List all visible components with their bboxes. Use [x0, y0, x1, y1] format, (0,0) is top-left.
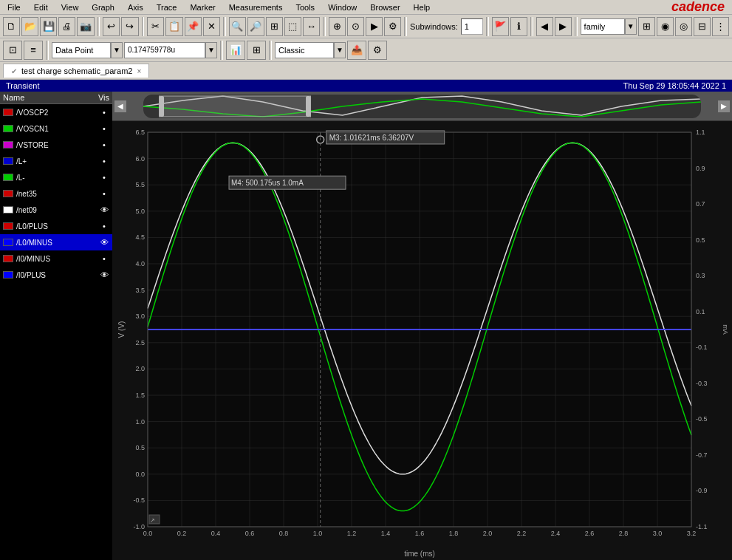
delete-button[interactable]: ✕: [203, 17, 220, 36]
menu-graph[interactable]: Graph: [86, 1, 120, 13]
tabbar: ✔ test charge schematic_param2 ×: [0, 62, 732, 80]
undo-button[interactable]: ↩: [103, 17, 120, 36]
menu-marker[interactable]: Marker: [184, 1, 221, 13]
subwindows-input[interactable]: [461, 18, 483, 35]
tb-btn-extra5[interactable]: ⋮: [712, 17, 729, 36]
signal-vis-icon[interactable]: 👁: [99, 270, 109, 280]
signal-vis-icon[interactable]: •: [99, 253, 109, 264]
save-button[interactable]: 💾: [40, 17, 57, 36]
svg-rect-2: [306, 96, 310, 117]
menu-edit[interactable]: Edit: [28, 1, 54, 13]
family-dropdown-arrow[interactable]: ▼: [625, 18, 637, 35]
signal-row[interactable]: /VOSCP2 •: [0, 104, 112, 120]
signal-vis-icon[interactable]: •: [99, 221, 109, 231]
family-value[interactable]: family: [581, 18, 625, 35]
svg-text:0.6: 0.6: [245, 530, 255, 537]
svg-text:1.0: 1.0: [313, 530, 323, 537]
signal-row[interactable]: /L- •: [0, 169, 112, 185]
forward-button[interactable]: ▶: [555, 17, 572, 36]
zoom-region-button[interactable]: ⬚: [284, 17, 301, 36]
redo-button[interactable]: ↪: [121, 17, 138, 36]
marker-btn1[interactable]: ⊕: [329, 17, 346, 36]
chart-grid-btn[interactable]: ⊞: [247, 41, 266, 60]
menu-measurements[interactable]: Measurements: [223, 1, 289, 13]
signal-vis-icon[interactable]: 👁: [99, 237, 109, 247]
zoom-x-button[interactable]: ↔: [303, 17, 320, 36]
menu-view[interactable]: View: [55, 1, 85, 13]
active-tab[interactable]: ✔ test charge schematic_param2 ×: [3, 64, 149, 78]
ov-left-btn[interactable]: ◀: [114, 100, 127, 113]
datapoint-arrow[interactable]: ▼: [111, 42, 123, 58]
menu-trace[interactable]: Trace: [151, 1, 183, 13]
menu-tools[interactable]: Tools: [290, 1, 321, 13]
zoom-in-button[interactable]: 🔍: [229, 17, 246, 36]
screenshot-button[interactable]: 📷: [77, 17, 94, 36]
menu-help[interactable]: Help: [408, 1, 437, 13]
print-button[interactable]: 🖨: [58, 17, 75, 36]
signal-vis-icon[interactable]: •: [99, 156, 109, 166]
datapoint-num[interactable]: 0.174759778u: [124, 42, 205, 58]
tab-icon: ✔: [11, 67, 17, 75]
signal-row[interactable]: /I0/PLUS 👁: [0, 267, 112, 283]
signal-row[interactable]: /net35 •: [0, 185, 112, 202]
open-button[interactable]: 📂: [21, 17, 38, 36]
new-button[interactable]: 🗋: [3, 17, 20, 36]
menu-window[interactable]: Window: [322, 1, 363, 13]
svg-rect-1: [160, 96, 164, 117]
signal-row[interactable]: /VOSCN1 •: [0, 120, 112, 137]
signal-row[interactable]: /L+ •: [0, 153, 112, 169]
svg-text:3.5: 3.5: [135, 287, 145, 294]
copy-button[interactable]: 📋: [165, 17, 182, 36]
datapoint-val-dropdown[interactable]: 0.174759778u ▼: [124, 42, 217, 58]
classic-arrow[interactable]: ▼: [334, 42, 346, 58]
back-button[interactable]: ◀: [536, 17, 553, 36]
menu-axis[interactable]: Axis: [122, 1, 149, 13]
datapoint-val-arrow[interactable]: ▼: [205, 42, 217, 58]
chart-type-btn[interactable]: 📊: [226, 41, 245, 60]
tb-btn-extra1[interactable]: ⊞: [638, 17, 655, 36]
tb-btn-extra3[interactable]: ◎: [675, 17, 692, 36]
signal-vis-icon[interactable]: •: [99, 107, 109, 117]
svg-text:-0.1: -0.1: [696, 344, 708, 351]
tab-close-btn[interactable]: ×: [137, 67, 141, 75]
zoom-out-button[interactable]: 🔎: [247, 17, 264, 36]
marker-btn2[interactable]: ⊙: [347, 17, 364, 36]
signal-name: /VOSCN1: [16, 125, 99, 133]
signal-color-swatch: [3, 255, 13, 262]
signal-vis-icon[interactable]: •: [99, 140, 109, 150]
classic-dropdown[interactable]: Classic ▼: [275, 42, 346, 58]
signal-row[interactable]: /L0/PLUS •: [0, 218, 112, 234]
info-btn[interactable]: ℹ: [510, 17, 527, 36]
signal-vis-icon[interactable]: •: [99, 123, 109, 134]
chart-container[interactable]: ◀ ▶ 0.00.20.40.6: [112, 92, 732, 560]
classic-value[interactable]: Classic: [275, 42, 334, 58]
tb2-btn2[interactable]: ≡: [24, 41, 43, 60]
signal-vis-icon[interactable]: •: [99, 172, 109, 182]
tb2-btn1[interactable]: ⊡: [3, 41, 22, 60]
signal-vis-icon[interactable]: •: [99, 188, 109, 199]
datapoint-dropdown[interactable]: Data Point ▼: [52, 42, 123, 58]
signal-row[interactable]: /net09 👁: [0, 202, 112, 218]
tb-btn-extra2[interactable]: ◉: [657, 17, 674, 36]
ov-right-btn[interactable]: ▶: [717, 100, 731, 113]
signal-row[interactable]: /VSTORE •: [0, 137, 112, 153]
signal-vis-icon[interactable]: 👁: [99, 205, 109, 215]
run-button[interactable]: ▶: [366, 17, 383, 36]
paste-button[interactable]: 📌: [185, 17, 202, 36]
cut-button[interactable]: ✂: [147, 17, 164, 36]
signal-row[interactable]: /I0/MINUS •: [0, 250, 112, 267]
menu-file[interactable]: File: [1, 1, 27, 13]
family-dropdown[interactable]: family ▼: [581, 18, 637, 35]
signal-row[interactable]: /L0/MINUS 👁: [0, 234, 112, 250]
zoom-fit-button[interactable]: ⊞: [266, 17, 283, 36]
settings-button[interactable]: ⚙: [384, 17, 401, 36]
svg-text:0.1: 0.1: [696, 308, 705, 315]
marker-flag-btn[interactable]: 🚩: [492, 17, 509, 36]
datapoint-value[interactable]: Data Point: [52, 42, 111, 58]
signal-color-swatch: [3, 271, 13, 279]
tb2-export[interactable]: 📤: [347, 41, 366, 60]
tb2-settings[interactable]: ⚙: [368, 41, 387, 60]
tb-btn-extra4[interactable]: ⊟: [694, 17, 711, 36]
menu-browser[interactable]: Browser: [364, 1, 406, 13]
svg-text:3.0: 3.0: [653, 530, 663, 537]
